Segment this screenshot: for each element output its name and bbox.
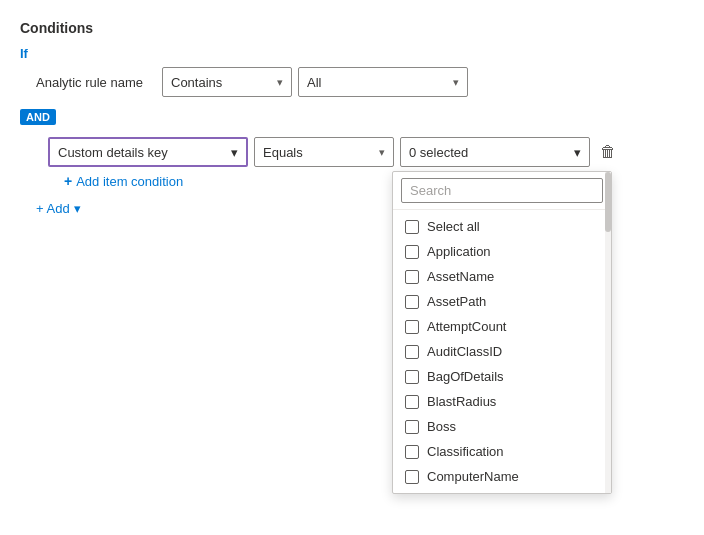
dropdown-checkbox[interactable] bbox=[405, 345, 419, 359]
contains-select[interactable]: Contains ▾ bbox=[162, 67, 292, 97]
all-chevron-icon: ▾ bbox=[453, 76, 459, 89]
dropdown-checkbox[interactable] bbox=[405, 295, 419, 309]
scrollbar-thumb[interactable] bbox=[605, 172, 611, 232]
if-section: If Analytic rule name Contains ▾ All ▾ A… bbox=[20, 46, 684, 216]
if-label: If bbox=[20, 46, 684, 61]
contains-chevron-icon: ▾ bbox=[277, 76, 283, 89]
dropdown-checkbox[interactable] bbox=[405, 220, 419, 234]
dropdown-item[interactable]: Select all bbox=[393, 214, 611, 239]
custom-details-select[interactable]: Custom details key ▾ bbox=[48, 137, 248, 167]
dropdown-item-label: Application bbox=[427, 244, 491, 259]
conditions-panel: Conditions If Analytic rule name Contain… bbox=[20, 20, 684, 216]
delete-condition-button[interactable]: 🗑 bbox=[596, 139, 620, 165]
dropdown-item-label: AssetName bbox=[427, 269, 494, 284]
add-label: + Add bbox=[36, 201, 70, 216]
dropdown-item[interactable]: BagOfDetails bbox=[393, 364, 611, 389]
dropdown-item-label: BlastRadius bbox=[427, 394, 496, 409]
dropdown-checkbox[interactable] bbox=[405, 370, 419, 384]
analytic-rule-row: Analytic rule name Contains ▾ All ▾ bbox=[36, 67, 684, 97]
zero-selected-chevron-icon: ▾ bbox=[574, 145, 581, 160]
dropdown-item-label: AttemptCount bbox=[427, 319, 507, 334]
dropdown-item-label: Classification bbox=[427, 444, 504, 459]
all-value: All bbox=[307, 75, 321, 90]
dropdown-checkbox[interactable] bbox=[405, 420, 419, 434]
zero-selected-select[interactable]: 0 selected ▾ bbox=[400, 137, 590, 167]
dropdown-item-label: ComputerName bbox=[427, 469, 519, 484]
zero-selected-value: 0 selected bbox=[409, 145, 468, 160]
dropdown-checkbox[interactable] bbox=[405, 395, 419, 409]
dropdown-item-label: Boss bbox=[427, 419, 456, 434]
dropdown-item[interactable]: AssetPath bbox=[393, 289, 611, 314]
condition-row: Custom details key ▾ Equals ▾ 0 selected… bbox=[48, 137, 684, 167]
dropdown-item-label: BagOfDetails bbox=[427, 369, 504, 384]
dropdown-item-label: Select all bbox=[427, 219, 480, 234]
and-badge: AND bbox=[20, 109, 56, 125]
dropdown-item[interactable]: AuditClassID bbox=[393, 339, 611, 364]
add-chevron-icon: ▾ bbox=[74, 201, 81, 216]
dropdown-item[interactable]: BlastRadius bbox=[393, 389, 611, 414]
contains-value: Contains bbox=[171, 75, 222, 90]
dropdown-item-label: AuditClassID bbox=[427, 344, 502, 359]
plus-icon: + bbox=[64, 173, 72, 189]
dropdown-panel: Select allApplicationAssetNameAssetPathA… bbox=[392, 171, 612, 494]
dropdown-item[interactable]: Boss bbox=[393, 414, 611, 439]
equals-value: Equals bbox=[263, 145, 303, 160]
analytic-rule-label: Analytic rule name bbox=[36, 75, 156, 90]
condition-section: Custom details key ▾ Equals ▾ 0 selected… bbox=[32, 137, 684, 189]
dropdown-item[interactable]: AttemptCount bbox=[393, 314, 611, 339]
dropdown-item[interactable]: Classification bbox=[393, 439, 611, 464]
dropdown-item[interactable]: ComputerName bbox=[393, 464, 611, 489]
search-input[interactable] bbox=[401, 178, 603, 203]
add-item-label: Add item condition bbox=[76, 174, 183, 189]
custom-details-chevron-icon: ▾ bbox=[231, 145, 238, 160]
dropdown-item-label: AssetPath bbox=[427, 294, 486, 309]
trash-icon: 🗑 bbox=[600, 143, 616, 161]
custom-details-value: Custom details key bbox=[58, 145, 168, 160]
equals-chevron-icon: ▾ bbox=[379, 146, 385, 159]
dropdown-checkbox[interactable] bbox=[405, 445, 419, 459]
dropdown-checkbox[interactable] bbox=[405, 320, 419, 334]
dropdown-item[interactable]: Application bbox=[393, 239, 611, 264]
equals-select[interactable]: Equals ▾ bbox=[254, 137, 394, 167]
dropdown-checkbox[interactable] bbox=[405, 245, 419, 259]
dropdown-checkbox[interactable] bbox=[405, 270, 419, 284]
conditions-title: Conditions bbox=[20, 20, 684, 36]
dropdown-list: Select allApplicationAssetNameAssetPathA… bbox=[393, 210, 611, 493]
dropdown-item[interactable]: AssetName bbox=[393, 264, 611, 289]
all-select[interactable]: All ▾ bbox=[298, 67, 468, 97]
dropdown-checkbox[interactable] bbox=[405, 470, 419, 484]
scrollbar-track[interactable] bbox=[605, 172, 611, 493]
dropdown-search-area bbox=[393, 172, 611, 210]
